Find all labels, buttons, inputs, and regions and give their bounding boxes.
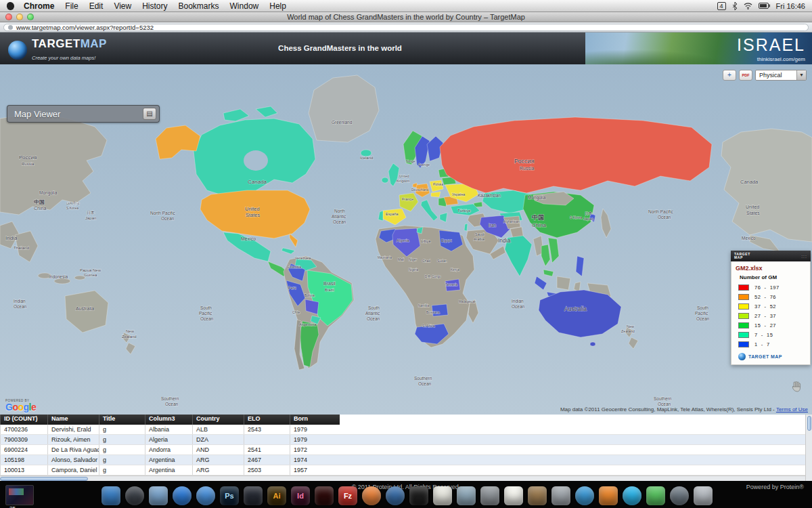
menu-history[interactable]: History	[142, 1, 167, 11]
textedit-icon[interactable]	[433, 486, 452, 505]
menu-bookmarks[interactable]: Bookmarks	[179, 1, 219, 11]
table-cell: Albania	[145, 425, 192, 434]
region-zambia-zimbabwe[interactable]	[432, 304, 448, 316]
wifi-icon[interactable]	[744, 3, 752, 9]
thunderbird-icon[interactable]	[386, 486, 405, 505]
map-label: Afghanistan	[503, 220, 520, 224]
terms-of-use-link[interactable]: Terms of Use	[776, 406, 808, 412]
table-cell: ARG	[192, 455, 244, 465]
terminal-icon[interactable]	[409, 486, 428, 505]
legend-header[interactable]: TARGETMAP :::	[731, 251, 811, 261]
itunes-icon[interactable]	[196, 486, 215, 505]
dashboard-icon[interactable]	[125, 486, 144, 505]
firefox-icon[interactable]	[362, 486, 381, 505]
column-header[interactable]: Born	[290, 415, 340, 425]
apple-icon[interactable]	[7, 2, 14, 10]
country-israel[interactable]	[464, 224, 468, 231]
column-header[interactable]: Country	[192, 415, 244, 425]
pdf-export-button[interactable]: PDF	[739, 70, 752, 81]
photoshop-icon[interactable]: Ps	[220, 486, 239, 505]
menu-file[interactable]: File	[65, 1, 78, 11]
table-row[interactable]: 6900224De La Riva AguadogAndorraAND25411…	[0, 445, 812, 455]
menu-help[interactable]: Help	[269, 1, 286, 11]
island-borneo[interactable]	[557, 276, 570, 290]
minimize-button[interactable]	[16, 14, 23, 20]
bluetooth-icon[interactable]	[732, 2, 738, 10]
finder-icon[interactable]	[102, 486, 120, 505]
map-label: South	[368, 305, 380, 310]
targetmap-logo[interactable]: TARGETMAP Create your own data maps!	[8, 38, 107, 62]
column-header[interactable]: Name	[47, 415, 99, 425]
battery-icon[interactable]	[759, 3, 770, 9]
illustrator-icon[interactable]: Ai	[267, 486, 286, 505]
table-row[interactable]: 7900309Rizouk, AimengAlgeriaDZA1979	[0, 435, 812, 445]
calendar-icon[interactable]	[504, 486, 523, 505]
indesign-icon[interactable]: Id	[291, 486, 310, 505]
menu-edit[interactable]: Edit	[89, 1, 104, 11]
menu-bar-status: 4 Fri 16:46	[717, 2, 805, 10]
map-label: Mali	[398, 257, 404, 261]
table-cell: 2467	[244, 455, 290, 465]
spaces-icon[interactable]: 4	[717, 2, 726, 10]
menu-window[interactable]: Window	[230, 1, 259, 11]
legend-drag-dots[interactable]: :::	[801, 254, 807, 259]
messenger-icon[interactable]	[646, 486, 665, 505]
calculator-icon[interactable]	[480, 486, 499, 505]
table-row[interactable]: 105198Alonso, SalvadorgArgentinaARG24671…	[0, 455, 812, 465]
table-row[interactable]: 100013Campora, Daniel HgArgentinaARG2503…	[0, 465, 812, 475]
trash-icon[interactable]	[694, 486, 713, 505]
column-header[interactable]: Column3	[145, 415, 192, 425]
map-label: Mexico	[241, 236, 256, 241]
map-label: South	[200, 305, 212, 310]
vlc-icon[interactable]	[599, 486, 618, 505]
address-book-icon[interactable]	[528, 486, 547, 505]
google-logo[interactable]: Google	[5, 402, 36, 412]
minimized-window-thumbnail[interactable]	[5, 485, 34, 505]
country-ireland[interactable]	[382, 177, 388, 183]
menu-bar-clock[interactable]: Fri 16:46	[776, 2, 805, 10]
map-label: Russia	[22, 162, 35, 166]
close-button[interactable]	[5, 14, 12, 20]
zoom-window-button[interactable]	[27, 14, 34, 20]
table-horizontal-scrollbar[interactable]	[0, 475, 805, 481]
table-row[interactable]: 4700236Dervishi, EraldgAlbaniaALB2543197…	[0, 425, 812, 435]
island-wrap[interactable]	[54, 278, 70, 284]
map-viewer-collapse-button[interactable]: ▤	[143, 108, 156, 120]
island-tasmania[interactable]	[590, 342, 595, 346]
column-header[interactable]: ID (COUNT)	[0, 415, 47, 425]
map-label: Mongolia	[39, 190, 58, 196]
zoom-button[interactable]: +	[723, 70, 736, 81]
legend-panel[interactable]: TARGETMAP ::: GM2.xlsx Number of GM 76 -…	[731, 251, 811, 365]
map-canvas[interactable]: РоссияRussiaMongolia中国China대한민국S Korea日本…	[0, 64, 812, 415]
legend-brand[interactable]: TARGET MAP	[736, 353, 806, 360]
bridge-icon[interactable]	[244, 486, 263, 505]
map-viewer-panel[interactable]: Map Viewer ▤	[7, 105, 160, 123]
dvd-player-icon[interactable]	[670, 486, 689, 505]
skype-icon[interactable]	[623, 486, 641, 505]
vscroll-thumb[interactable]	[807, 416, 811, 431]
column-header[interactable]: Title	[99, 415, 145, 425]
table-vertical-scrollbar[interactable]	[805, 415, 812, 481]
column-header[interactable]: ELO	[244, 415, 290, 425]
legend-swatch	[738, 303, 749, 310]
table-cell: Dervishi, Erald	[47, 425, 99, 434]
banner-ad[interactable]: ISRAEL thinkisrael.com/gem	[585, 33, 812, 64]
map-label: 中国	[532, 214, 544, 221]
menu-view[interactable]: View	[114, 1, 131, 11]
map-label: Mongolia	[528, 195, 546, 200]
quicktime-icon[interactable]	[575, 486, 594, 505]
safari-icon[interactable]	[173, 486, 191, 505]
site-header: TARGETMAP Create your own data maps! Che…	[0, 33, 812, 64]
flash-icon[interactable]	[315, 486, 334, 505]
system-preferences-icon[interactable]	[551, 486, 570, 505]
map-label: Polska	[433, 182, 443, 186]
map-style-dropdown[interactable]: Physical ▼	[755, 70, 807, 81]
menu-app-name[interactable]: Chrome	[24, 1, 54, 11]
legend-swatch	[738, 313, 749, 319]
preview-icon[interactable]	[457, 486, 476, 505]
map-label: South	[697, 305, 708, 310]
filezilla-icon[interactable]: Fz	[338, 486, 357, 505]
mail-icon[interactable]	[149, 486, 168, 505]
url-input[interactable]: www.targetmap.com/viewer.aspx?reportId=5…	[3, 24, 809, 31]
legend-row: 7 - 15	[736, 330, 806, 339]
